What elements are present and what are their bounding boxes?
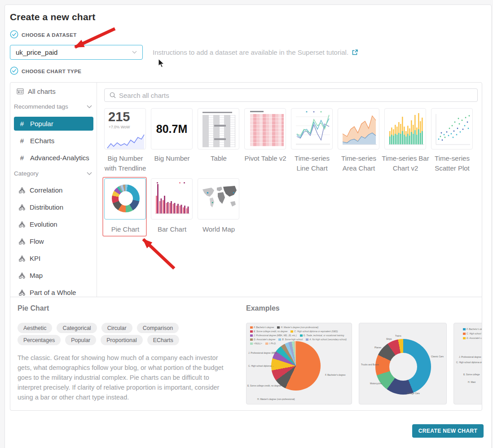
- card-world-map[interactable]: [198, 178, 239, 220]
- card-label[interactable]: Big Number: [148, 154, 196, 163]
- dataset-select[interactable]: uk_price_paid: [10, 45, 143, 60]
- all-charts-label: All charts: [28, 88, 56, 95]
- create-chart-page: Create a new chart CHOOSE A DATASET uk_p…: [0, 0, 493, 448]
- tag-pill: Percentages: [18, 335, 61, 345]
- card-ts-area-chart[interactable]: [338, 108, 379, 149]
- check-circle-icon: [10, 30, 18, 39]
- schema-icon: [19, 238, 25, 245]
- sidebar-item-popular[interactable]: # Popular: [14, 117, 93, 131]
- chart-type-sidebar: All charts Recommended tags # Popular # …: [10, 83, 97, 297]
- sidebar-item-all-charts[interactable]: All charts: [17, 88, 56, 95]
- schema-icon: [19, 221, 25, 228]
- details-title: Pie Chart: [18, 304, 49, 312]
- hash-icon: #: [18, 120, 26, 127]
- schema-icon: [19, 272, 25, 279]
- schema-icon: [19, 204, 25, 211]
- card-label[interactable]: Table: [195, 154, 242, 163]
- bar-chart-thumbnail: [151, 179, 193, 220]
- tag-pill: Circular: [101, 323, 132, 333]
- card-bar-chart[interactable]: [151, 178, 193, 220]
- card-label[interactable]: World Map: [195, 224, 242, 234]
- card-ts-line-chart[interactable]: [291, 108, 333, 149]
- example-clipped-chart: F. Bachelor's degree C. High school dipl…: [453, 323, 482, 404]
- area-chart-thumbnail: [338, 109, 379, 149]
- sidebar-item-distribution[interactable]: Distribution: [14, 200, 93, 214]
- pivot-thumbnail: [250, 114, 284, 146]
- card-label[interactable]: Time-series Bar Chart v2: [382, 154, 429, 173]
- sidebar-item-kpi[interactable]: KPI: [14, 251, 93, 265]
- chevron-down-icon[interactable]: [87, 105, 92, 109]
- card-ts-scatter-plot[interactable]: [431, 108, 473, 149]
- card-label-pie-chart[interactable]: Pie Chart: [101, 224, 149, 234]
- sidebar-item-advanced-analytics[interactable]: # Advanced-Analytics: [14, 151, 93, 165]
- example-pie-chart: F. Bachelor's degree H. Master's degree …: [246, 323, 352, 404]
- create-new-chart-button[interactable]: CREATE NEW CHART: [412, 424, 484, 438]
- chart-details-panel: Pie Chart Aesthetic Categorical Circular…: [10, 297, 482, 411]
- examples-title: Examples: [246, 304, 280, 312]
- card-big-number[interactable]: 80.7M: [151, 108, 193, 149]
- sidebar-item-correlation[interactable]: Correlation: [14, 183, 93, 197]
- card-table[interactable]: [198, 108, 239, 149]
- tag-pill: Proportional: [101, 335, 142, 345]
- check-circle-icon: [10, 66, 18, 75]
- chart-type-selector: All charts Recommended tags # Popular # …: [10, 83, 482, 297]
- details-description: The classic. Great for showing how much …: [18, 353, 229, 402]
- search-input[interactable]: Search all charts: [104, 88, 478, 102]
- card-pie-chart[interactable]: [104, 178, 146, 220]
- card-label[interactable]: Time-series Scatter Plot: [428, 154, 476, 173]
- pie-thumbnail: [112, 184, 140, 212]
- search-icon: [110, 92, 116, 98]
- card-label[interactable]: Big Number with Trendline: [101, 154, 149, 173]
- schema-icon: [19, 187, 25, 193]
- example-pie: [271, 341, 321, 391]
- sidebar-item-evolution[interactable]: Evolution: [14, 217, 93, 231]
- card-label[interactable]: Time-series Line Chart: [288, 154, 336, 173]
- example-donut-chart: Trains Ships Planes Trucks and Buses Mot…: [359, 323, 447, 404]
- recommended-tags-header: Recommended tags: [14, 103, 68, 110]
- choose-dataset-label: CHOOSE A DATASET: [22, 32, 77, 38]
- schema-icon: [19, 290, 25, 296]
- card-ts-bar-chart-v2[interactable]: [384, 108, 426, 149]
- sidebar-item-map[interactable]: Map: [14, 268, 93, 282]
- scatter-plot-thumbnail: [431, 109, 473, 149]
- schema-icon: [19, 255, 25, 262]
- card-label[interactable]: Time-series Area Chart: [335, 154, 383, 173]
- tag-pill: Aesthetic: [18, 323, 52, 333]
- sidebar-item-part-of-a-whole[interactable]: Part of a Whole: [14, 285, 93, 297]
- thumb-big-number2-value: 80.7M: [156, 123, 187, 136]
- card-label[interactable]: Bar Chart: [148, 224, 196, 234]
- gallery-icon: [17, 88, 24, 95]
- chevron-down-icon[interactable]: [87, 172, 92, 176]
- card-pivot-table-v2[interactable]: [244, 108, 286, 149]
- choose-chart-type-label: CHOOSE CHART TYPE: [22, 69, 81, 74]
- tag-pill: Categorical: [57, 323, 97, 333]
- hash-icon: #: [18, 154, 26, 162]
- world-map-thumbnail: [198, 179, 239, 220]
- external-link-icon[interactable]: [352, 49, 358, 55]
- chart-type-panel: All charts Recommended tags # Popular # …: [10, 82, 482, 411]
- thumb-big-number-delta: +7.0% WoW: [109, 125, 130, 129]
- card-big-number-trendline[interactable]: 215 +7.0% WoW: [104, 108, 146, 149]
- search-placeholder: Search all charts: [119, 92, 169, 99]
- dataset-select-value: uk_price_paid: [10, 48, 132, 56]
- bar-chart-v2-thumbnail: [385, 109, 426, 149]
- example-clipped-legend: F. Bachelor's degree C. High school dipl…: [463, 328, 482, 339]
- card-label[interactable]: Pivot Table v2: [242, 154, 289, 163]
- example-donut: [375, 339, 431, 395]
- table-thumbnail: [202, 115, 235, 147]
- tag-pill: Popular: [65, 335, 96, 345]
- dataset-instructions: Instructions to add a dataset are availa…: [153, 48, 358, 56]
- trendline-sparkline: [105, 130, 146, 149]
- tag-pill: ECharts: [147, 335, 179, 345]
- sidebar-item-flow[interactable]: Flow: [14, 234, 93, 248]
- thumb-big-number-value: 215: [108, 110, 130, 124]
- hash-icon: #: [18, 137, 26, 145]
- line-chart-thumbnail: [291, 109, 333, 149]
- page-title: Create a new chart: [10, 12, 95, 22]
- category-header: Category: [14, 170, 39, 177]
- tag-pill: Comparison: [137, 323, 179, 333]
- sidebar-item-echarts[interactable]: # ECharts: [14, 134, 93, 148]
- chevron-down-icon: [132, 51, 137, 54]
